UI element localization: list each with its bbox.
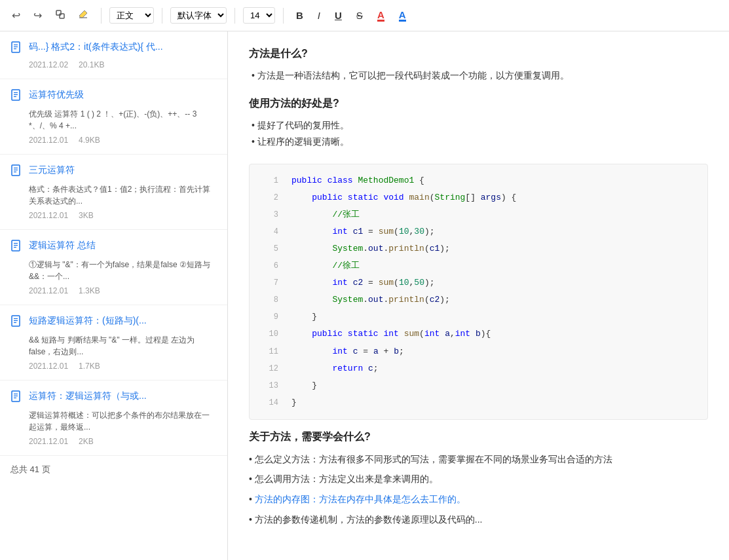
divider-1 <box>101 8 102 24</box>
total-pages-label: 总共 41 页 <box>10 464 50 474</box>
underline-button[interactable]: U <box>330 7 346 24</box>
content-area: 方法是什么? 方法是一种语法结构，它可以把一段代码封装成一个功能，以方便重复调用… <box>228 31 729 560</box>
sidebar-item-size: 1.3KB <box>79 286 100 295</box>
section2-bullet-list: 提好了代码的复用性。 让程序的逻辑更清晰。 <box>249 117 708 150</box>
sidebar-item-date: 2021.12.01 <box>29 437 68 446</box>
bullet-item: 方法的参数传递机制，方法的参数传递原理以及代码的... <box>249 514 482 525</box>
sidebar-item-excerpt: 逻辑运算符概述：可以把多个条件的布尔结果放在一起运算，最终返... <box>10 409 217 433</box>
font-size-select[interactable]: 14 12 16 18 <box>243 7 275 24</box>
style-select[interactable]: 正文 标题1 标题2 <box>109 7 154 24</box>
highlight-button[interactable]: A <box>394 7 411 24</box>
document-icon <box>10 240 22 255</box>
bullet-item: 提好了代码的复用性。 <box>249 117 708 134</box>
code-line-6: 6 //徐工 <box>250 257 707 274</box>
sidebar-item-title: 运算符优先级 <box>29 88 84 102</box>
sidebar-item-meta: 2021.12.01 3KB <box>10 211 217 220</box>
document-icon <box>10 41 22 56</box>
document-icon <box>10 164 22 179</box>
sidebar-item-header: 短路逻辑运算符：(短路与)(... <box>10 314 217 330</box>
italic-button[interactable]: I <box>313 7 325 24</box>
code-line-11: 11 int c = a + b; <box>250 343 707 360</box>
sidebar-item-excerpt: 优先级 运算符 1 ( ) 2 ！、+(正)、-(负)、++、-- 3 *、/、… <box>10 108 217 132</box>
svg-rect-1 <box>60 14 64 18</box>
sidebar-item-header: 逻辑运算符 总结 <box>10 239 217 255</box>
list-item[interactable]: 运算符：逻辑运算符（与或... 逻辑运算符概述：可以把多个条件的布尔结果放在一起… <box>0 381 227 456</box>
sidebar-item-excerpt: && 短路与 判断结果与 "&" 一样。过程是 左边为false，右边则... <box>10 334 217 358</box>
code-line-7: 7 int c2 = sum(10,50); <box>250 274 707 291</box>
sidebar-item-title: 运算符：逻辑运算符（与或... <box>29 390 147 403</box>
sidebar-item-meta: 2021.12.01 1.7KB <box>10 362 217 371</box>
bold-button[interactable]: B <box>291 7 308 24</box>
sidebar-item-title: 短路逻辑运算符：(短路与)(... <box>29 314 147 327</box>
code-line-5: 5 System.out.println(c1); <box>250 240 707 257</box>
font-select[interactable]: 默认字体 <box>170 7 227 24</box>
sidebar-item-header: 运算符优先级 <box>10 88 217 104</box>
strikethrough-button[interactable]: S <box>352 7 367 24</box>
sidebar-item-date: 2021.12.01 <box>29 211 68 220</box>
sidebar-item-size: 20.1KB <box>79 60 104 69</box>
section-learn-method: 关于方法，需要学会什么? 怎么定义方法：方法有很多不同形式的写法，需要掌握在不同… <box>249 430 708 528</box>
sidebar-item-header: 码...} 格式2：it(条件表达式){ 代... <box>10 41 217 56</box>
document-icon <box>10 390 22 405</box>
sidebar-item-header: 运算符：逻辑运算符（与或... <box>10 390 217 405</box>
sidebar-item-size: 4.9KB <box>79 136 100 145</box>
bullet-item: 方法的内存图：方法在内存中具体是怎么去工作的。 <box>249 494 466 504</box>
section-what-is-method: 方法是什么? 方法是一种语法结构，它可以把一段代码封装成一个功能，以方便重复调用… <box>249 47 708 84</box>
undo-button[interactable]: ↩ <box>8 7 24 24</box>
sidebar-footer: 总共 41 页 <box>0 456 227 483</box>
document-icon <box>10 315 22 330</box>
sidebar: 码...} 格式2：it(条件表达式){ 代... 2021.12.02 20.… <box>0 31 228 560</box>
list-item[interactable]: 逻辑运算符 总结 ①逻辑与 "&"：有一个为false，结果是false ②短路… <box>0 230 227 305</box>
svg-marker-2 <box>79 10 87 18</box>
sidebar-item-meta: 2021.12.01 4.9KB <box>10 136 217 145</box>
sidebar-item-date: 2021.12.01 <box>29 136 68 145</box>
code-line-10: 10 public static int sum(int a,int b){ <box>250 326 707 343</box>
sidebar-item-size: 2KB <box>79 437 94 446</box>
svg-rect-0 <box>56 10 61 15</box>
code-line-9: 9 } <box>250 308 707 326</box>
code-line-4: 4 int c1 = sum(10,30); <box>250 223 707 240</box>
code-line-13: 13 } <box>250 377 707 394</box>
sidebar-item-date: 2021.12.01 <box>29 362 68 371</box>
section1-heading: 方法是什么? <box>249 47 708 61</box>
code-line-2: 2 public static void main(String[] args)… <box>250 189 707 206</box>
document-icon <box>10 89 22 104</box>
sidebar-item-meta: 2021.12.01 2KB <box>10 437 217 446</box>
sidebar-item-excerpt: ①逻辑与 "&"：有一个为false，结果是false ②短路与&&：一个... <box>10 259 217 282</box>
sidebar-item-title: 三元运算符 <box>29 164 75 177</box>
sidebar-item-header: 三元运算符 <box>10 164 217 179</box>
code-line-14: 14 } <box>250 394 707 411</box>
sidebar-item-size: 1.7KB <box>79 362 100 371</box>
format-painter-button[interactable] <box>51 7 69 25</box>
toolbar: ↩ ↪ 正文 标题1 标题2 默认字体 14 12 16 18 B I U S … <box>0 0 729 31</box>
code-line-1: 1 public class MethodDemo1 { <box>250 172 707 189</box>
list-item[interactable]: 码...} 格式2：it(条件表达式){ 代... 2021.12.02 20.… <box>0 31 227 79</box>
eraser-button[interactable] <box>75 7 93 25</box>
divider-2 <box>162 8 162 24</box>
sidebar-item-meta: 2021.12.01 1.3KB <box>10 286 217 295</box>
font-color-button[interactable]: A <box>373 7 389 24</box>
redo-button[interactable]: ↪ <box>29 7 46 24</box>
sidebar-item-title: 逻辑运算符 总结 <box>29 239 96 252</box>
bullet-item: 怎么调用方法：方法定义出来是拿来调用的。 <box>249 474 438 484</box>
list-item[interactable]: 三元运算符 格式：条件表达式？值1：值2；执行流程：首先计算关系表达式的... … <box>0 155 227 230</box>
sidebar-item-size: 3KB <box>79 211 94 220</box>
bullet-item: 方法是一种语法结构，它可以把一段代码封装成一个功能，以方便重复调用。 <box>249 67 708 84</box>
divider-4 <box>283 8 284 24</box>
list-item[interactable]: 短路逻辑运算符：(短路与)(... && 短路与 判断结果与 "&" 一样。过程… <box>0 305 227 381</box>
section-benefits: 使用方法的好处是? 提好了代码的复用性。 让程序的逻辑更清晰。 <box>249 97 708 150</box>
bullet-item: 怎么定义方法：方法有很多不同形式的写法，需要掌握在不同的场景业务写出合适的方法 <box>249 454 612 464</box>
code-line-3: 3 //张工 <box>250 206 707 223</box>
divider-3 <box>234 8 235 24</box>
section2-heading: 使用方法的好处是? <box>249 97 708 111</box>
code-block: 1 public class MethodDemo1 { 2 public st… <box>249 164 708 420</box>
sidebar-item-date: 2021.12.02 <box>29 60 68 69</box>
sidebar-item-excerpt: 格式：条件表达式？值1：值2；执行流程：首先计算关系表达式的... <box>10 183 217 207</box>
code-line-8: 8 System.out.println(c2); <box>250 291 707 308</box>
sidebar-item-meta: 2021.12.02 20.1KB <box>10 60 217 69</box>
sidebar-item-title: 码...} 格式2：it(条件表达式){ 代... <box>29 41 163 54</box>
list-item[interactable]: 运算符优先级 优先级 运算符 1 ( ) 2 ！、+(正)、-(负)、++、--… <box>0 79 227 155</box>
code-line-12: 12 return c; <box>250 360 707 377</box>
section1-bullet-list: 方法是一种语法结构，它可以把一段代码封装成一个功能，以方便重复调用。 <box>249 67 708 84</box>
sidebar-item-date: 2021.12.01 <box>29 286 68 295</box>
